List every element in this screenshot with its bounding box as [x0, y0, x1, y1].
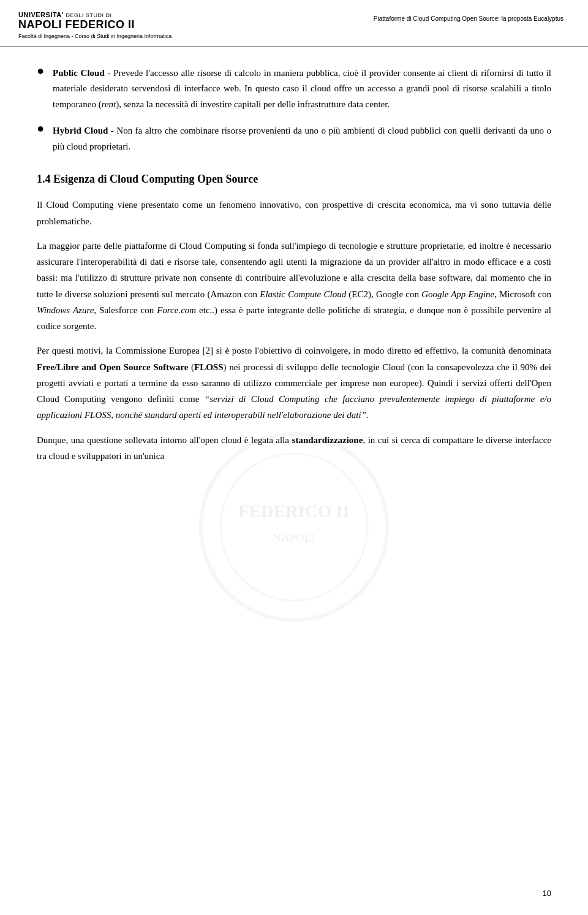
paragraph-4: Dunque, una questione sollevata intorno … [37, 432, 551, 465]
public-cloud-label: Public Cloud [53, 68, 105, 78]
svg-text:FEDERICO II: FEDERICO II [238, 501, 350, 521]
page-number: 10 [543, 889, 551, 898]
paragraph-1: Il Cloud Computing viene presentato come… [37, 197, 551, 229]
univ-napoli-line: NAPOLI FEDERICO II [18, 19, 135, 31]
bullet-dot-2: ● [37, 121, 44, 135]
document-header-title: Piattaforme di Cloud Computing Open Sour… [374, 11, 564, 23]
bullet-item-public-cloud: ● Public Cloud - Prevede l'accesso alle … [37, 66, 551, 113]
section-number: 1.4 [37, 173, 51, 185]
page-content: ● Public Cloud - Prevede l'accesso alle … [0, 47, 588, 497]
hybrid-cloud-label: Hybrid Cloud [53, 126, 108, 135]
university-logo-block: UNIVERSITA' DEGLI STUDI DI NAPOLI FEDERI… [18, 11, 172, 31]
faculty-subtitle: Facoltà di Ingegneria - Corso di Studi i… [18, 33, 172, 40]
section-heading-1-4: 1.4 Esigenza di Cloud Computing Open Sou… [37, 172, 551, 187]
section-title: Esigenza di Cloud Computing Open Source [53, 173, 258, 185]
page-header: UNIVERSITA' DEGLI STUDI DI NAPOLI FEDERI… [0, 0, 588, 47]
hybrid-cloud-text: Hybrid Cloud - Non fa altro che combinar… [53, 123, 551, 154]
bullet-item-hybrid-cloud: ● Hybrid Cloud - Non fa altro che combin… [37, 123, 551, 154]
paragraph-3: Per questi motivi, la Commissione Europe… [37, 343, 551, 423]
university-info: UNIVERSITA' DEGLI STUDI DI NAPOLI FEDERI… [18, 11, 172, 40]
bullet-dot-1: ● [37, 64, 44, 78]
paragraph-2: La maggior parte delle piattaforme di Cl… [37, 238, 551, 335]
public-cloud-text: Public Cloud - Prevede l'accesso alle ri… [53, 66, 551, 113]
apostrophe: A' [56, 11, 64, 18]
document-page: UNIVERSITA' DEGLI STUDI DI NAPOLI FEDERI… [0, 0, 588, 915]
svg-text:NAPOLI: NAPOLI [273, 531, 315, 544]
